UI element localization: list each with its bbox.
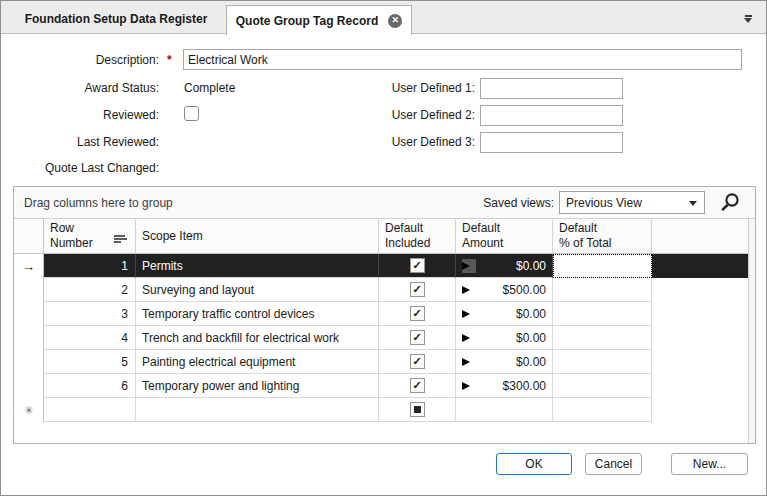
tab-foundation-setup-data-register[interactable]: Foundation Setup Data Register [6, 5, 226, 33]
user-defined-2-input[interactable] [480, 105, 623, 126]
amount-cell[interactable]: $0.00 [456, 254, 553, 278]
pct-cell[interactable] [553, 374, 652, 398]
amount-cell[interactable]: $300.00 [456, 374, 553, 398]
pct-cell[interactable] [553, 278, 652, 302]
filler-cell [652, 374, 748, 398]
row-number-cell[interactable]: 1 [44, 254, 136, 278]
row-indicator [14, 326, 44, 350]
new-button[interactable]: New... [671, 453, 748, 475]
included-checkbox[interactable] [410, 378, 425, 393]
pct-cell[interactable] [553, 302, 652, 326]
chevron-down-icon [689, 201, 697, 206]
filler-cell [652, 350, 748, 374]
cancel-button[interactable]: Cancel [585, 453, 642, 475]
last-reviewed-label: Last Reviewed: [13, 135, 159, 149]
scope-item-cell[interactable]: Temporary power and lighting [136, 374, 379, 398]
flag-icon[interactable] [462, 331, 476, 345]
filler-cell [652, 278, 748, 302]
user-defined-3-input[interactable] [480, 132, 623, 153]
scope-item-cell[interactable]: Surveying and layout [136, 278, 379, 302]
triangle [744, 18, 752, 23]
scope-item-cell[interactable]: Permits [136, 254, 379, 278]
row-indicator [14, 278, 44, 302]
ok-button[interactable]: OK [496, 453, 572, 475]
pct-cell[interactable] [553, 350, 652, 374]
included-checkbox[interactable] [410, 354, 425, 369]
included-checkbox[interactable] [410, 306, 425, 321]
pct-cell[interactable] [553, 326, 652, 350]
group-by-hint: Drag columns here to group [24, 196, 173, 210]
scope-item-cell[interactable]: Trench and backfill for electrical work [136, 326, 379, 350]
included-cell[interactable] [379, 326, 456, 350]
table-row[interactable]: → 1 Permits $0.00 [14, 254, 748, 278]
flag-icon[interactable] [462, 259, 476, 273]
amount-cell[interactable] [456, 398, 553, 422]
scope-item-cell[interactable]: Painting electrical equipment [136, 350, 379, 374]
amount-cell[interactable]: $0.00 [456, 350, 553, 374]
amount-cell[interactable]: $0.00 [456, 302, 553, 326]
column-header-default-pct-of-total[interactable]: Default % of Total [553, 219, 652, 253]
amount-cell[interactable]: $500.00 [456, 278, 553, 302]
grid-header-row: Row Number Scope Item Default Included D… [14, 219, 748, 254]
column-header-scope-item[interactable]: Scope Item [136, 219, 379, 253]
flag-icon[interactable] [462, 283, 476, 297]
table-row[interactable]: 6 Temporary power and lighting $300.00 [14, 374, 748, 398]
user-defined-1-input[interactable] [480, 78, 623, 99]
flag-icon[interactable] [462, 307, 476, 321]
row-number-cell[interactable]: 6 [44, 374, 136, 398]
included-cell[interactable] [379, 254, 456, 278]
group-by-panel[interactable]: Drag columns here to group Saved views: … [14, 187, 755, 219]
table-row[interactable]: 3 Temporary traffic control devices $0.0… [14, 302, 748, 326]
row-number-cell[interactable]: 4 [44, 326, 136, 350]
included-cell[interactable] [379, 374, 456, 398]
table-row[interactable]: 2 Surveying and layout $500.00 [14, 278, 748, 302]
row-number-cell[interactable] [44, 398, 136, 422]
tab-label: Foundation Setup Data Register [25, 12, 208, 26]
amount-value: $0.00 [516, 307, 546, 321]
included-cell[interactable] [379, 398, 456, 422]
included-checkbox[interactable] [410, 330, 425, 345]
pct-cell[interactable] [553, 398, 652, 422]
table-row[interactable]: 4 Trench and backfill for electrical wor… [14, 326, 748, 350]
included-cell[interactable] [379, 302, 456, 326]
column-header-row-number[interactable]: Row Number [44, 219, 136, 253]
tab-quote-group-tag-record[interactable]: Quote Group Tag Record ✕ [226, 5, 412, 35]
user-defined-3-label: User Defined 3: [331, 135, 475, 149]
required-asterisk: * [167, 53, 172, 67]
included-checkbox[interactable] [410, 282, 425, 297]
award-status-label: Award Status: [13, 81, 159, 95]
tab-bar: Foundation Setup Data Register Quote Gro… [1, 1, 766, 34]
column-label: Default % of Total [559, 221, 611, 251]
amount-value: $500.00 [503, 283, 546, 297]
column-header-default-included[interactable]: Default Included [379, 219, 456, 253]
new-row[interactable]: ✳ [14, 398, 748, 422]
row-number-cell[interactable]: 2 [44, 278, 136, 302]
included-cell[interactable] [379, 350, 456, 374]
reviewed-checkbox[interactable] [184, 106, 199, 121]
flag-icon[interactable] [462, 379, 476, 393]
close-tab-icon[interactable]: ✕ [388, 14, 402, 28]
saved-views-dropdown[interactable]: Previous View [559, 191, 705, 214]
pct-cell[interactable] [553, 254, 652, 278]
row-number-cell[interactable]: 3 [44, 302, 136, 326]
amount-cell[interactable]: $0.00 [456, 326, 553, 350]
row-indicator [14, 374, 44, 398]
scope-item-cell[interactable]: Temporary traffic control devices [136, 302, 379, 326]
column-label: Default Amount [462, 221, 503, 251]
included-cell[interactable] [379, 278, 456, 302]
description-input[interactable] [183, 49, 742, 70]
amount-value: $0.00 [516, 331, 546, 345]
search-views-button[interactable] [717, 191, 743, 215]
amount-value: $0.00 [516, 355, 546, 369]
included-checkbox-indeterminate[interactable] [410, 402, 425, 417]
filler-cell [652, 398, 748, 422]
tab-label: Quote Group Tag Record [236, 14, 378, 28]
column-header-default-amount[interactable]: Default Amount [456, 219, 553, 253]
user-defined-1-label: User Defined 1: [331, 81, 475, 95]
included-checkbox[interactable] [410, 258, 425, 273]
flag-icon[interactable] [462, 355, 476, 369]
scope-item-cell[interactable] [136, 398, 379, 422]
row-number-cell[interactable]: 5 [44, 350, 136, 374]
table-row[interactable]: 5 Painting electrical equipment $0.00 [14, 350, 748, 374]
tab-list-dropdown-icon[interactable] [744, 15, 753, 23]
